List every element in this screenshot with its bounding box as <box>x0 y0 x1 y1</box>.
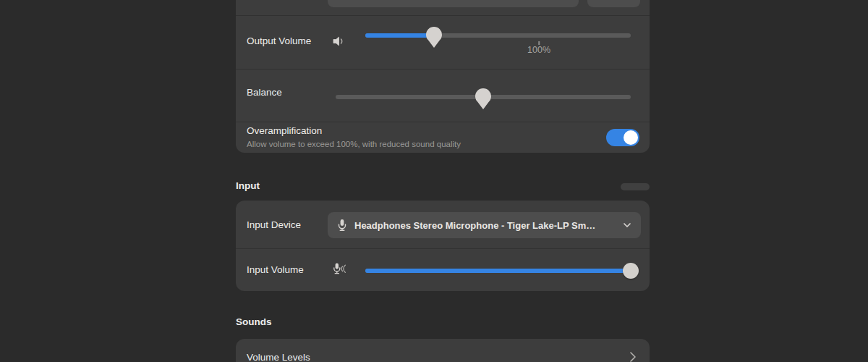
balance-label: Balance <box>247 87 282 98</box>
chevron-right-icon <box>629 351 637 362</box>
input-volume-label: Input Volume <box>247 264 304 276</box>
microphone-icon <box>337 219 347 232</box>
input-device-label: Input Device <box>247 219 301 231</box>
test-button-partial[interactable] <box>587 0 640 7</box>
input-device-dropdown[interactable]: Headphones Stereo Microphone - Tiger Lak… <box>328 212 641 238</box>
input-volume-slider[interactable] <box>365 269 631 273</box>
output-volume-slider[interactable]: 100% <box>365 33 631 38</box>
speaker-volume-icon <box>333 35 346 47</box>
microphone-sensitivity-icon <box>333 262 349 275</box>
input-level-indicator <box>621 183 650 190</box>
input-volume-slider-handle[interactable] <box>623 263 639 279</box>
sound-settings-panel: Output Volume 100% Balance Overamplifica… <box>0 0 868 362</box>
overamplification-description: Allow volume to exceed 100%, with reduce… <box>247 139 461 149</box>
input-device-value: Headphones Stereo Microphone - Tiger Lak… <box>354 220 616 231</box>
input-section-header: Input <box>236 180 260 192</box>
overamplification-label: Overamplification <box>247 125 322 137</box>
output-volume-slider-handle[interactable] <box>425 26 443 49</box>
volume-levels-row[interactable] <box>246 339 650 362</box>
output-device-dropdown-partial[interactable] <box>328 0 579 7</box>
input-volume-slider-fill <box>365 269 631 273</box>
volume-100-mark-label: 100% <box>527 45 550 55</box>
balance-slider-handle[interactable] <box>474 88 493 111</box>
balance-slider[interactable] <box>336 95 631 99</box>
output-volume-slider-fill <box>365 33 434 38</box>
output-volume-label: Output Volume <box>247 35 311 47</box>
row-separator <box>236 69 650 70</box>
row-separator <box>236 248 650 249</box>
row-separator <box>236 15 650 16</box>
overamplification-toggle[interactable] <box>606 129 639 146</box>
chevron-down-icon <box>623 222 631 228</box>
sounds-section-header: Sounds <box>236 316 272 328</box>
row-separator <box>236 122 650 122</box>
toggle-knob <box>624 130 638 145</box>
